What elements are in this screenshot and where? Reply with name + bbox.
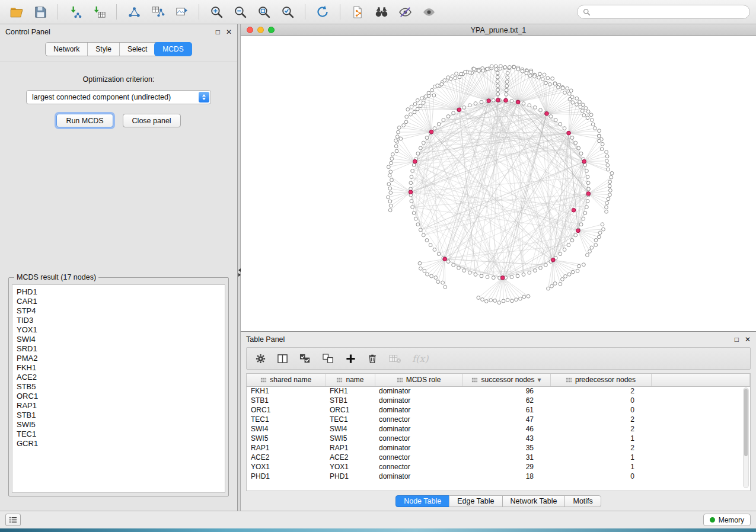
select-all-button[interactable] bbox=[299, 353, 311, 364]
mcds-result-item[interactable]: TID3 bbox=[17, 316, 221, 325]
cell-predecessor-nodes[interactable]: 2 bbox=[550, 415, 651, 424]
cell-filler[interactable] bbox=[651, 396, 750, 405]
minimize-window-icon[interactable] bbox=[257, 27, 264, 33]
cell-mcds-role[interactable]: dominator bbox=[375, 443, 462, 453]
cell-predecessor-nodes[interactable]: 2 bbox=[550, 443, 651, 453]
cell-mcds-role[interactable]: connector bbox=[375, 453, 462, 462]
float-panel-icon[interactable]: □ bbox=[216, 28, 220, 36]
cell-name[interactable]: FKH1 bbox=[326, 386, 375, 396]
show-columns-button[interactable] bbox=[277, 353, 288, 364]
network-graph[interactable] bbox=[241, 36, 756, 331]
maximize-window-icon[interactable] bbox=[268, 27, 275, 33]
import-network-button[interactable] bbox=[65, 2, 86, 21]
save-session-button[interactable] bbox=[30, 2, 51, 21]
open-session-button[interactable] bbox=[6, 2, 27, 21]
show-hide-button[interactable] bbox=[418, 2, 439, 21]
search-input[interactable] bbox=[594, 8, 744, 16]
cell-predecessor-nodes[interactable]: 1 bbox=[550, 462, 651, 472]
mcds-result-item[interactable]: SWI4 bbox=[17, 335, 221, 344]
toolbar-search[interactable] bbox=[577, 5, 750, 19]
column-header-successor-nodes[interactable]: successor nodes▾ bbox=[462, 374, 550, 386]
tab-network-table[interactable]: Network Table bbox=[502, 495, 566, 507]
cell-filler[interactable] bbox=[651, 443, 750, 453]
cell-mcds-role[interactable]: dominator bbox=[375, 386, 462, 396]
close-panel-button[interactable]: Close panel bbox=[123, 114, 181, 127]
cell-name[interactable]: TEC1 bbox=[326, 415, 375, 424]
cell-predecessor-nodes[interactable]: 0 bbox=[550, 472, 651, 481]
cell-name[interactable]: PHD1 bbox=[326, 472, 375, 481]
cell-successor-nodes[interactable]: 62 bbox=[462, 396, 550, 405]
run-mcds-button[interactable]: Run MCDS bbox=[56, 114, 113, 127]
table-row[interactable]: TEC1TEC1connector472 bbox=[247, 415, 750, 424]
close-window-icon[interactable] bbox=[247, 27, 253, 33]
cell-mcds-role[interactable]: connector bbox=[375, 434, 462, 443]
tab-node-table[interactable]: Node Table bbox=[395, 495, 449, 507]
table-row[interactable]: ORC1ORC1dominator610 bbox=[247, 405, 750, 415]
cell-mcds-role[interactable]: connector bbox=[375, 415, 462, 424]
cell-shared-name[interactable]: ACE2 bbox=[247, 453, 326, 462]
table-scrollbar-thumb[interactable] bbox=[744, 389, 748, 456]
float-table-panel-icon[interactable]: □ bbox=[735, 336, 739, 343]
column-header-predecessor-nodes[interactable]: predecessor nodes bbox=[550, 374, 651, 386]
mcds-result-item[interactable]: SRD1 bbox=[17, 344, 221, 354]
cell-successor-nodes[interactable]: 35 bbox=[462, 443, 550, 453]
cell-shared-name[interactable]: STB1 bbox=[247, 396, 326, 405]
table-row[interactable]: STB1STB1dominator620 bbox=[247, 396, 750, 405]
table-row[interactable]: SWI5SWI5connector431 bbox=[247, 434, 750, 443]
mcds-result-item[interactable]: SWI5 bbox=[17, 420, 221, 430]
mcds-result-item[interactable]: RAP1 bbox=[17, 401, 221, 411]
cell-shared-name[interactable]: RAP1 bbox=[247, 443, 326, 453]
vertical-splitter[interactable] bbox=[238, 24, 241, 511]
mcds-result-item[interactable]: PHD1 bbox=[17, 287, 221, 297]
cell-filler[interactable] bbox=[651, 472, 750, 481]
cell-filler[interactable] bbox=[651, 386, 750, 396]
cell-successor-nodes[interactable]: 43 bbox=[462, 434, 550, 443]
mcds-result-item[interactable]: ORC1 bbox=[17, 392, 221, 401]
mcds-result-item[interactable]: FKH1 bbox=[17, 363, 221, 373]
mcds-result-list[interactable]: PHD1CAR1STP4TID3YOX1SWI4SRD1PMA2FKH1ACE2… bbox=[12, 284, 225, 493]
import-table-button[interactable] bbox=[88, 2, 110, 21]
mcds-result-item[interactable]: STB5 bbox=[17, 382, 221, 392]
cell-shared-name[interactable]: PHD1 bbox=[247, 472, 326, 481]
column-header-shared-name[interactable]: shared name bbox=[247, 374, 326, 386]
cell-filler[interactable] bbox=[651, 434, 750, 443]
add-column-button[interactable] bbox=[345, 353, 356, 364]
cell-predecessor-nodes[interactable]: 2 bbox=[550, 386, 651, 396]
criterion-select[interactable]: largest connected component (undirected) bbox=[26, 90, 211, 104]
cell-predecessor-nodes[interactable]: 0 bbox=[550, 405, 651, 415]
search-network-button[interactable] bbox=[371, 2, 392, 21]
cell-successor-nodes[interactable]: 46 bbox=[462, 424, 550, 434]
cell-successor-nodes[interactable]: 61 bbox=[462, 405, 550, 415]
cell-filler[interactable] bbox=[651, 415, 750, 424]
tab-mcds[interactable]: MCDS bbox=[154, 42, 192, 56]
cell-predecessor-nodes[interactable]: 0 bbox=[550, 396, 651, 405]
cell-mcds-role[interactable]: dominator bbox=[375, 405, 462, 415]
apply-layout-button[interactable] bbox=[312, 2, 333, 21]
cell-name[interactable]: ACE2 bbox=[326, 453, 375, 462]
mcds-result-item[interactable]: ACE2 bbox=[17, 373, 221, 382]
toggle-graphics-details-button[interactable] bbox=[394, 2, 416, 21]
cell-filler[interactable] bbox=[651, 424, 750, 434]
cell-successor-nodes[interactable]: 29 bbox=[462, 462, 550, 472]
table-row[interactable]: YOX1YOX1connector291 bbox=[247, 462, 750, 472]
new-network-button[interactable] bbox=[123, 2, 145, 21]
table-row[interactable]: ACE2ACE2connector311 bbox=[247, 453, 750, 462]
table-row[interactable]: FKH1FKH1dominator962 bbox=[247, 386, 750, 396]
close-table-panel-icon[interactable]: ✕ bbox=[745, 336, 751, 343]
close-panel-icon[interactable]: ✕ bbox=[226, 28, 232, 36]
table-row[interactable]: PHD1PHD1dominator180 bbox=[247, 472, 750, 481]
tab-network[interactable]: Network bbox=[46, 43, 87, 56]
table-row[interactable]: RAP1RAP1dominator352 bbox=[247, 443, 750, 453]
zoom-out-button[interactable] bbox=[229, 2, 251, 21]
zoom-in-button[interactable] bbox=[206, 2, 227, 21]
cell-predecessor-nodes[interactable]: 2 bbox=[550, 424, 651, 434]
cell-mcds-role[interactable]: dominator bbox=[375, 424, 462, 434]
cell-shared-name[interactable]: TEC1 bbox=[247, 415, 326, 424]
cell-shared-name[interactable]: FKH1 bbox=[247, 386, 326, 396]
fit-content-button[interactable] bbox=[253, 2, 275, 21]
mcds-result-item[interactable]: GCR1 bbox=[17, 439, 221, 448]
mcds-result-item[interactable]: PMA2 bbox=[17, 354, 221, 363]
mcds-result-item[interactable]: STP4 bbox=[17, 306, 221, 316]
zoom-selected-button[interactable] bbox=[277, 2, 298, 21]
cell-successor-nodes[interactable]: 18 bbox=[462, 472, 550, 481]
